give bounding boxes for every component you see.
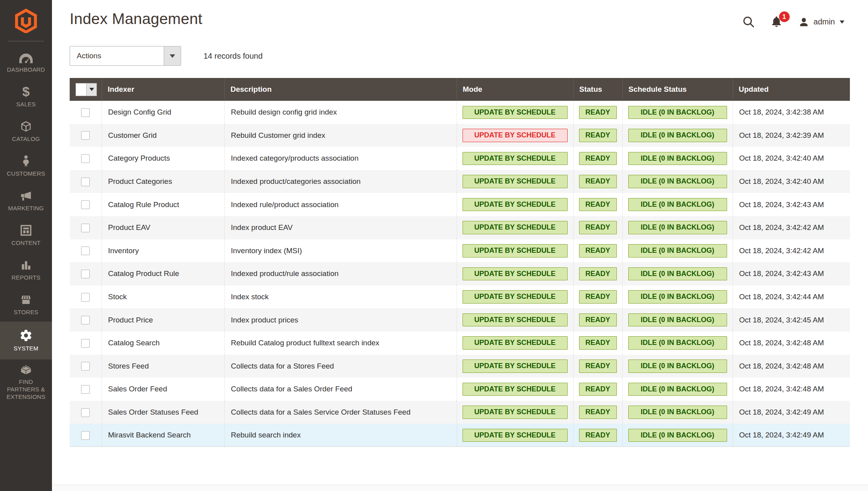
mode-badge-cell: UPDATE BY SCHEDULE <box>457 378 573 401</box>
description-cell: Indexed product/rule association <box>224 262 457 285</box>
sidebar-item-content[interactable]: CONTENT <box>0 218 52 252</box>
status-badge-cell: READY <box>573 378 622 401</box>
mode-badge-cell: UPDATE BY SCHEDULE <box>457 193 573 216</box>
catalog-icon <box>20 119 32 133</box>
mode-badge: UPDATE BY SCHEDULE <box>463 106 568 119</box>
sidebar-item-sales[interactable]: $SALES <box>0 79 52 114</box>
admin-username: admin <box>814 17 835 26</box>
schedule-status-badge-cell: IDLE (0 IN BACKLOG) <box>622 101 733 124</box>
sidebar-item-label: SYSTEM <box>14 345 39 352</box>
schedule-status-badge: IDLE (0 IN BACKLOG) <box>628 313 727 327</box>
status-badge: READY <box>579 152 617 165</box>
status-badge: READY <box>579 198 617 211</box>
sidebar-item-reports[interactable]: REPORTS <box>0 252 52 287</box>
schedule-status-badge-cell: IDLE (0 IN BACKLOG) <box>622 355 733 378</box>
page-header: Index Management 1 admin <box>70 10 850 29</box>
records-count: 14 records found <box>204 52 263 61</box>
table-row: Mirasvit Backend SearchRebuild search in… <box>70 424 850 447</box>
table-row: Stores FeedCollects data for a Stores Fe… <box>70 355 850 378</box>
column-header-status[interactable]: Status <box>573 78 622 101</box>
row-checkbox[interactable] <box>81 131 90 140</box>
sidebar: DASHBOARD$SALESCATALOGCUSTOMERSMARKETING… <box>0 0 52 491</box>
sidebar-item-label: FIND PARTNERS & EXTENSIONS <box>2 378 50 400</box>
status-badge-cell: READY <box>573 308 622 332</box>
indexer-cell: Catalog Search <box>102 332 224 355</box>
row-checkbox-cell <box>70 424 102 447</box>
sidebar-item-marketing[interactable]: MARKETING <box>0 183 52 218</box>
description-cell: Rebuild search index <box>224 424 457 447</box>
row-checkbox[interactable] <box>81 316 90 324</box>
row-checkbox[interactable] <box>81 408 90 417</box>
sidebar-item-system[interactable]: SYSTEM <box>0 322 52 359</box>
schedule-status-badge: IDLE (0 IN BACKLOG) <box>628 290 727 304</box>
schedule-status-badge: IDLE (0 IN BACKLOG) <box>628 359 727 373</box>
status-badge: READY <box>579 175 617 188</box>
column-header-updated[interactable]: Updated <box>733 78 850 101</box>
column-header-description[interactable]: Description <box>224 78 457 101</box>
status-badge-cell: READY <box>573 216 622 239</box>
row-checkbox[interactable] <box>81 385 90 394</box>
mode-badge: UPDATE BY SCHEDULE <box>463 152 568 165</box>
row-checkbox[interactable] <box>81 293 90 302</box>
row-checkbox[interactable] <box>81 224 90 232</box>
row-checkbox[interactable] <box>81 362 90 371</box>
chevron-down-icon <box>840 20 844 24</box>
updated-cell: Oct 18, 2024, 3:42:42 AM <box>733 239 850 263</box>
row-checkbox[interactable] <box>81 200 90 209</box>
column-header-mode[interactable]: Mode <box>457 78 573 101</box>
select-all-checkbox[interactable] <box>76 83 87 96</box>
description-cell: Rebuild Catalog product fulltext search … <box>224 332 457 355</box>
row-checkbox[interactable] <box>81 339 90 348</box>
row-checkbox[interactable] <box>81 154 90 163</box>
row-checkbox[interactable] <box>81 431 90 440</box>
mode-badge-cell: UPDATE BY SCHEDULE <box>457 170 573 193</box>
schedule-status-badge-cell: IDLE (0 IN BACKLOG) <box>622 262 733 285</box>
row-checkbox-cell <box>70 378 102 401</box>
table-row: Sales Order FeedCollects data for a Sale… <box>70 378 850 401</box>
sidebar-item-stores[interactable]: STORES <box>0 287 52 322</box>
magento-logo-icon[interactable] <box>0 0 52 39</box>
sidebar-item-find-partners-extensions[interactable]: FIND PARTNERS & EXTENSIONS <box>0 359 52 404</box>
sidebar-item-dashboard[interactable]: DASHBOARD <box>0 44 52 79</box>
schedule-status-badge-cell: IDLE (0 IN BACKLOG) <box>622 285 733 309</box>
mode-badge-cell: UPDATE BY SCHEDULE <box>457 308 573 332</box>
row-checkbox[interactable] <box>81 270 90 278</box>
row-checkbox[interactable] <box>81 246 90 255</box>
main-content: Index Management 1 admin <box>52 0 868 447</box>
mode-badge: UPDATE BY SCHEDULE <box>463 429 568 442</box>
schedule-status-badge-cell: IDLE (0 IN BACKLOG) <box>622 170 733 193</box>
indexer-cell: Product EAV <box>102 216 224 239</box>
description-cell: Indexed product/categories association <box>224 170 457 193</box>
description-cell: Collects data for a Sales Order Feed <box>224 378 457 401</box>
search-icon[interactable] <box>742 15 755 28</box>
status-badge-cell: READY <box>573 239 622 263</box>
table-row: InventoryInventory index (MSI)UPDATE BY … <box>70 239 850 263</box>
row-checkbox[interactable] <box>81 108 90 117</box>
mode-badge: UPDATE BY SCHEDULE <box>463 129 568 142</box>
table-row: Category ProductsIndexed category/produc… <box>70 147 850 170</box>
indexer-cell: Sales Order Statuses Feed <box>102 401 224 424</box>
column-header-indexer[interactable]: Indexer <box>102 78 224 101</box>
admin-menu[interactable]: admin <box>798 16 844 28</box>
column-header-schedule-status[interactable]: Schedule Status <box>622 78 733 101</box>
sidebar-divider <box>8 41 44 41</box>
schedule-status-badge-cell: IDLE (0 IN BACKLOG) <box>622 378 733 401</box>
sidebar-item-label: REPORTS <box>11 274 41 282</box>
schedule-status-badge-cell: IDLE (0 IN BACKLOG) <box>622 239 733 263</box>
sidebar-item-catalog[interactable]: CATALOG <box>0 114 52 148</box>
mode-badge: UPDATE BY SCHEDULE <box>463 198 568 211</box>
actions-dropdown-label: Actions <box>70 52 101 60</box>
select-all-header[interactable] <box>70 78 102 101</box>
notifications-bell-icon[interactable]: 1 <box>770 15 783 29</box>
row-checkbox[interactable] <box>81 178 90 186</box>
schedule-status-badge: IDLE (0 IN BACKLOG) <box>628 175 727 188</box>
actions-dropdown[interactable]: Actions <box>70 46 181 66</box>
schedule-status-badge: IDLE (0 IN BACKLOG) <box>628 152 727 165</box>
table-row: Catalog Product RuleIndexed product/rule… <box>70 262 850 285</box>
select-all-dropdown[interactable] <box>87 83 96 96</box>
indexer-cell: Design Config Grid <box>102 101 224 124</box>
select-all-control[interactable] <box>76 83 97 96</box>
sidebar-item-customers[interactable]: CUSTOMERS <box>0 148 52 183</box>
status-badge-cell: READY <box>573 170 622 193</box>
actions-dropdown-arrow[interactable] <box>164 46 181 65</box>
